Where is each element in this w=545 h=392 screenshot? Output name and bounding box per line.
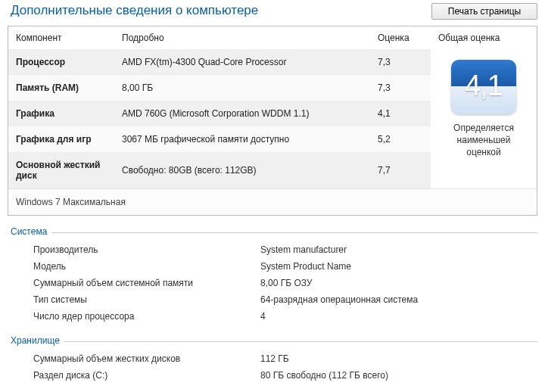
row-label: Память (RAM) bbox=[8, 75, 114, 101]
overall-score-panel: 4,1 Определяется наименьшей оценкой bbox=[431, 49, 537, 188]
kv-row: Число ядер процессора 4 bbox=[11, 308, 537, 325]
kv-value: System Product Name bbox=[260, 261, 537, 272]
row-score: 4,1 bbox=[370, 101, 431, 126]
kv-value: System manufacturer bbox=[260, 244, 537, 255]
row-score: 7,3 bbox=[370, 75, 431, 101]
section-title-text: Система bbox=[11, 226, 47, 237]
kv-key: Модель bbox=[33, 261, 260, 272]
col-overall: Общая оценка bbox=[431, 26, 537, 49]
row-label: Графика bbox=[8, 101, 114, 126]
col-score: Оценка bbox=[370, 26, 431, 49]
system-section: Система Производитель System manufacture… bbox=[8, 226, 537, 325]
print-page-button[interactable]: Печать страницы bbox=[431, 3, 537, 20]
kv-row: Суммарный объем жестких дисков 112 ГБ bbox=[11, 350, 537, 367]
col-detail: Подробно bbox=[114, 26, 370, 49]
row-label: Графика для игр bbox=[8, 126, 114, 152]
kv-value: 64-разрядная операционная система bbox=[260, 294, 537, 305]
kv-row: Производитель System manufacturer bbox=[11, 241, 537, 258]
kv-key: Число ядер процессора bbox=[33, 311, 260, 322]
col-component: Компонент bbox=[8, 26, 114, 49]
row-detail: Свободно: 80GB (всего: 112GB) bbox=[114, 152, 370, 188]
wei-table: Компонент Подробно Оценка Общая оценка П… bbox=[8, 26, 537, 216]
overall-score-caption: Определяется наименьшей оценкой bbox=[431, 122, 537, 159]
kv-key: Производитель bbox=[33, 244, 260, 255]
kv-key: Тип системы bbox=[33, 294, 260, 305]
row-detail: AMD FX(tm)-4300 Quad-Core Processor bbox=[114, 49, 370, 75]
overall-score-value: 4,1 bbox=[465, 70, 503, 102]
kv-value: 8,00 ГБ ОЗУ bbox=[260, 278, 537, 288]
row-score: 7,7 bbox=[370, 152, 431, 188]
section-title-system: Система bbox=[11, 226, 537, 237]
kv-row: Суммарный объем системной памяти 8,00 ГБ… bbox=[11, 275, 537, 291]
overall-score-badge: 4,1 bbox=[451, 60, 516, 114]
kv-row: Модель System Product Name bbox=[11, 258, 537, 275]
kv-key: Раздел диска (C:) bbox=[33, 370, 260, 381]
os-edition: Windows 7 Максимальная bbox=[8, 188, 537, 215]
row-label: Процессор bbox=[8, 49, 114, 75]
row-score: 5,2 bbox=[370, 126, 431, 152]
storage-section: Хранилище Суммарный объем жестких дисков… bbox=[8, 335, 537, 384]
kv-value: 80 ГБ свободно (112 ГБ всего) bbox=[260, 370, 537, 381]
kv-row: Тип системы 64-разрядная операционная си… bbox=[11, 291, 537, 308]
row-score: 7,3 bbox=[370, 49, 431, 75]
section-title-storage: Хранилище bbox=[11, 335, 537, 346]
kv-key: Суммарный объем системной памяти bbox=[33, 278, 260, 288]
row-detail: 8,00 ГБ bbox=[114, 75, 370, 101]
row-detail: AMD 760G (Microsoft Corporation WDDM 1.1… bbox=[114, 101, 370, 126]
page-title: Дополнительные сведения о компьютере bbox=[11, 3, 258, 18]
kv-value: 112 ГБ bbox=[260, 353, 537, 364]
row-detail: 3067 МБ графической памяти доступно bbox=[114, 126, 370, 152]
kv-value: 4 bbox=[260, 311, 537, 322]
kv-row: Раздел диска (C:) 80 ГБ свободно (112 ГБ… bbox=[11, 367, 537, 384]
kv-key: Суммарный объем жестких дисков bbox=[33, 353, 260, 364]
section-title-text: Хранилище bbox=[11, 335, 60, 346]
row-label: Основной жесткий диск bbox=[8, 152, 114, 188]
